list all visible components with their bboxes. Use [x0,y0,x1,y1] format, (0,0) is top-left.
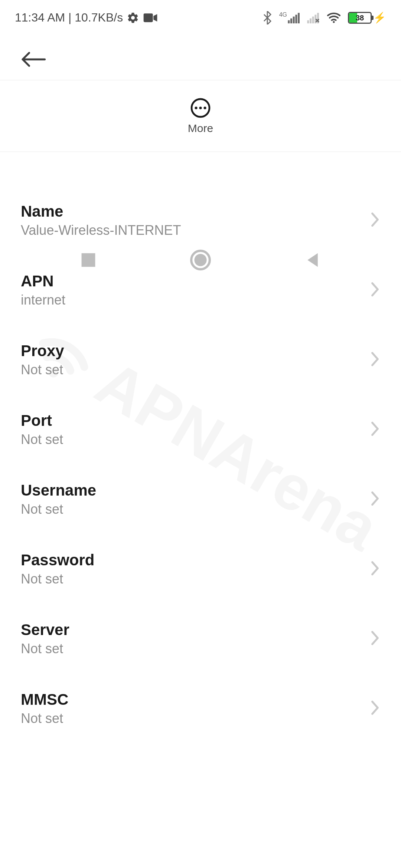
more-ellipsis-icon [190,98,211,118]
settings-row-value: Not set [21,362,64,378]
settings-row-proxy[interactable]: ProxyNot set [0,325,401,395]
wifi-icon [326,12,341,24]
settings-row-port[interactable]: PortNot set [0,395,401,464]
settings-row-label: Port [21,412,63,430]
svg-rect-1 [144,13,153,22]
settings-row-label: Password [21,551,94,569]
svg-rect-3 [290,18,292,23]
settings-row-username[interactable]: UsernameNot set [0,464,401,534]
camera-icon [143,12,158,23]
settings-row-value: Not set [21,502,96,517]
settings-row-label: Name [21,203,181,220]
svg-point-14 [195,106,197,109]
more-button[interactable]: More [188,98,213,135]
chevron-right-icon [370,351,380,369]
charging-icon: ⚡ [373,11,386,24]
settings-row-server[interactable]: ServerNot set [0,604,401,674]
settings-row-value: Not set [21,571,94,587]
settings-row-label: Username [21,481,96,499]
circle-icon [190,249,211,271]
settings-row-value: Not set [21,432,63,447]
svg-rect-8 [310,18,312,23]
svg-point-16 [203,106,206,109]
chevron-right-icon [370,560,380,578]
signal-1-icon: 4G [279,12,300,23]
settings-row-password[interactable]: PasswordNot set [0,534,401,604]
nav-recents-button[interactable] [80,251,97,270]
svg-rect-7 [307,20,309,23]
more-label: More [188,122,213,135]
status-bar: 11:34 AM | 10.7KB/s 4G [0,0,401,35]
status-time-and-speed: 11:34 AM | 10.7KB/s [15,11,123,24]
svg-rect-4 [293,16,295,23]
battery-percent: 38 [356,13,364,22]
svg-point-15 [199,106,202,109]
chevron-right-icon [370,700,380,717]
arrow-left-icon [20,50,46,69]
battery-indicator: 38 ⚡ [348,11,386,24]
settings-row-value: Not set [21,711,68,723]
svg-rect-2 [288,20,290,23]
triangle-left-icon [304,251,321,269]
chevron-right-icon [370,490,380,508]
settings-row-label: MMSC [21,691,68,708]
nav-back-button[interactable] [304,251,321,270]
more-bar: More [0,80,401,152]
chevron-right-icon [370,421,380,438]
settings-row-mmsc[interactable]: MMSCNot set [0,674,401,723]
svg-rect-5 [295,14,297,23]
signal-2-icon [307,12,320,23]
navigation-bar [0,224,401,297]
gear-icon [127,11,139,24]
nav-home-button[interactable] [190,249,211,272]
svg-rect-17 [82,253,95,267]
chevron-right-icon [370,630,380,648]
svg-rect-6 [298,13,300,23]
settings-row-label: Proxy [21,342,64,360]
bluetooth-icon [262,11,273,24]
svg-rect-9 [312,16,314,23]
square-icon [80,251,97,269]
svg-point-19 [194,254,206,266]
settings-row-label: Server [21,621,69,639]
settings-row-value: Not set [21,641,69,657]
back-button[interactable] [20,50,46,69]
svg-point-12 [333,21,335,23]
